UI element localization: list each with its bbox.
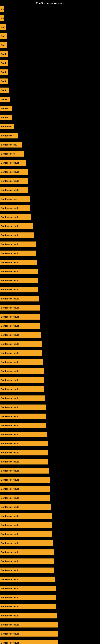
bar-label: Bottl [0,78,8,84]
bar-label: Bottleneck result [0,540,53,546]
bar-label: Bottleneck result [0,305,40,310]
bar-item: Bottleneck result [0,341,42,347]
bar-label: Bottleneck result [0,332,41,338]
bar-item: Bott [0,33,7,39]
bar-label: Bottl [0,60,8,66]
bar-item: Bottler [0,115,12,120]
bar-item: Bottleneck result [0,622,58,628]
bar-label: Bottleneck result [0,486,50,492]
bar-label: Bottleneck result [0,459,49,464]
bar-label: Bottleneck r [0,133,18,138]
bar-item: Bottleneck result [0,595,56,600]
bar-item: Bottleneck result [0,432,47,437]
bar-label: Bottl [0,70,8,75]
bar-label: Bottleneck result [0,350,42,356]
bar-label: Bottleneck result [0,377,44,383]
bar-item: Bottle [0,96,10,102]
bar-item: Bottleneck result [0,169,28,175]
bar-item: Bott [0,24,6,30]
bar-item: Bo [0,15,4,21]
bar-label: Bo [0,6,3,12]
bar-label: Bottl [0,51,8,57]
bar-item: Bottleneck result [0,323,40,329]
bar-label: Bottleneck result [0,287,38,292]
bar-item: Bott [0,42,7,48]
bar-item: Bottleneck resu [0,196,30,202]
bar-label: Bottleneck result [0,242,36,247]
bar-label: Bottleneck result [0,214,31,220]
bar-item: Bottleneck result [0,640,58,644]
bar-label: Bottleneck result [0,522,52,528]
bar-item: Bottleneck resu [0,142,22,148]
bar-label: Bottleneck result [0,604,56,610]
bar-item: Bottleneck result [0,414,46,419]
bar-item: Bo [0,6,3,12]
bar-label: Bottleneck result [0,550,53,555]
bar-label: Bottleneck result [0,414,46,419]
bar-item: Bottleneck result [0,332,41,338]
bar-item: Bottleneck result [0,205,30,211]
bar-item: Bottleneck result [0,232,34,238]
bar-label: Bottleneck result [0,576,55,582]
bar-item: Bottleneck result [0,568,54,573]
bar-item: Bottleneck result [0,613,57,618]
bar-label: Bottleneck resu [0,196,30,202]
bar-label: Bottleneck result [0,631,58,636]
bar-label: Bottleneck result [0,359,43,365]
bar-item: Bottleneck result [0,522,52,528]
bar-label: Bottleneck result [0,260,37,265]
bar-item: Bottlen [0,106,12,111]
bar-item: Bottleneck result [0,604,56,610]
bar-label: Bottleneck result [0,368,44,374]
bar-label: Bottleneck result [0,441,48,446]
bar-item: Bottleneck result [0,278,38,283]
bar-label: Bottleneck result [0,404,46,410]
bar-item: Bottleneck result [0,269,38,274]
bar-label: Bottleneck result [0,278,38,283]
bar-item: Bottleneck result [0,250,36,256]
site-title: TheBottlenecker.com [36,2,64,5]
bar-label: Bottleneck result [0,396,45,401]
bar-label: Bottle [0,96,10,102]
bar-item: Bottleneck result [0,586,56,591]
bar-label: Bott [0,24,6,30]
bar-label: Bottleneck result [0,468,49,474]
bar-item: Bottleneck result [0,468,49,474]
bar-label: Bottleneck result [0,224,33,229]
bar-label: Bott [0,33,7,39]
bar-item: Bottleneck result [0,495,50,501]
bar-item: Bottleneck result [0,550,53,555]
bar-label: Bottleneck result [0,178,28,184]
bar-label: Bottleneck result [0,531,52,537]
bar-label: Bottleneck result [0,568,54,573]
bar-item: Bottleneck result [0,305,40,310]
bar-label: Bottleneck result [0,250,36,256]
bar-item: Bottleneck result [0,404,46,410]
bar-item: Bottleneck result [0,359,43,365]
bar-label: Bottleneck result [0,341,42,347]
bar-item: Bottleneck result [0,450,48,456]
bar-item: Bottleneck result [0,386,44,392]
bar-item: Bottleneck result [0,260,37,265]
bar-item: Bottleneck result [0,531,52,537]
bar-label: Bottleneck result [0,622,58,628]
bar-item: Bottleneck result [0,486,50,492]
bar-label: Bottleneck result [0,640,58,644]
bar-label: Bottleneck result [0,205,30,211]
bar-label: Bott [0,42,7,48]
bar-item: Bottleneck result [0,422,47,428]
bar-label: Bottleneck result [0,513,51,519]
bar-item: Bottleneck result [0,396,45,401]
bar-item: Bottleneck result [0,187,28,193]
bar-item: Bottleneck result [0,459,49,464]
bar-item: Bottl [0,78,8,84]
bar-label: Bottleneck result [0,450,48,456]
bar-item: Bottl [0,88,9,93]
bar-item: Bottleneck result [0,224,33,229]
bar-item: Bottleneck result [0,377,44,383]
bar-label: Bottleneck result [0,187,28,193]
bar-item: Bottleneck result [0,513,51,519]
bar-item: Bottleneck re [0,151,24,156]
bar-label: Bottleneck resu [0,142,22,148]
bar-label: Bottleneck result [0,160,26,166]
